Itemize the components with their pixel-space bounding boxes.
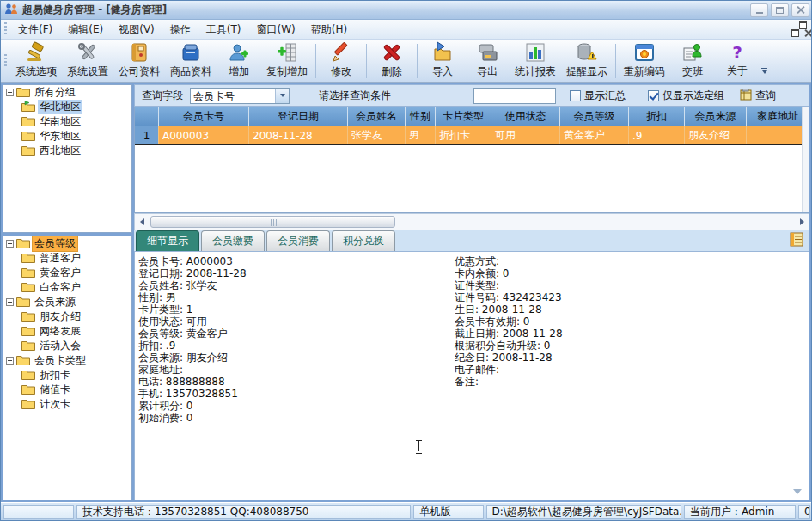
col-card-type[interactable]: 卡片类型 <box>436 107 491 126</box>
query-condition-input[interactable] <box>473 88 556 104</box>
tree-item-north-china[interactable]: 华北地区 <box>3 100 131 114</box>
minimize-button[interactable] <box>750 3 768 17</box>
toolbar-label: 提醒显示 <box>566 64 607 79</box>
search-button[interactable]: 查询 <box>736 88 779 104</box>
notebook-grid-icon[interactable] <box>789 232 804 249</box>
col-home-address[interactable]: 家庭地址 <box>747 107 809 126</box>
member-detail-panel[interactable]: 会员卡号: A000003登记日期: 2008-11-28会员姓名: 张学友性别… <box>134 251 809 500</box>
scroll-down-icon[interactable] <box>793 489 802 494</box>
menu-tools[interactable]: 工具(T) <box>198 20 249 40</box>
menu-view[interactable]: 视图(V) <box>111 20 162 40</box>
tab-member-payment[interactable]: 会员缴费 <box>201 230 265 251</box>
scroll-right-icon[interactable] <box>795 214 809 230</box>
menu-operate[interactable]: 操作 <box>162 20 198 40</box>
shift-change-button[interactable]: 交班 <box>670 41 715 81</box>
row-number-header[interactable] <box>135 107 159 126</box>
company-info-button[interactable]: 公司资料 <box>113 41 165 81</box>
tree-item-south-china[interactable]: 华南地区 <box>3 114 131 129</box>
toolbar-drag-grip[interactable] <box>4 54 7 68</box>
add-member-icon <box>228 41 250 64</box>
import-button[interactable]: 导入 <box>420 41 465 81</box>
col-usage-status[interactable]: 使用状态 <box>491 107 560 126</box>
toolbar-label: 删除 <box>382 64 402 79</box>
tree-item-member-source[interactable]: 会员来源 <box>3 295 131 310</box>
recode-button[interactable]: 重新编码 <box>619 41 670 81</box>
tree-item-member-level[interactable]: 会员等级 <box>3 236 131 251</box>
detail-right-column: 优惠方式:卡内余额: 0证件类型:证件号码: 432423423生日: 2008… <box>455 255 563 388</box>
toolbar-overflow-button[interactable] <box>760 45 769 77</box>
tree-item-platinum-customer[interactable]: 白金客户 <box>3 280 131 295</box>
modify-button[interactable]: 修改 <box>319 41 363 81</box>
app-icon <box>4 3 18 17</box>
delete-button[interactable]: 删除 <box>369 41 414 81</box>
horizontal-scrollbar[interactable] <box>134 213 809 230</box>
collapse-icon[interactable] <box>6 240 14 248</box>
maximize-button[interactable] <box>771 3 789 17</box>
menu-edit[interactable]: 编辑(E) <box>60 20 111 40</box>
table-header-row: 会员卡号 登记日期 会员姓名 性别 卡片类型 使用状态 会员等级 折扣 会员来源… <box>135 107 809 126</box>
window-title: 超易健身房管理 - [健身房管理] <box>22 3 167 17</box>
about-button[interactable]: ? 关于 <box>715 41 760 81</box>
show-selected-group-checkbox[interactable]: 仅显示选定组 <box>648 89 724 103</box>
col-member-source[interactable]: 会员来源 <box>685 107 747 126</box>
chevron-down-icon[interactable] <box>275 89 289 103</box>
scrollbar-thumb[interactable] <box>150 216 395 228</box>
system-options-icon <box>25 41 47 64</box>
system-settings-button[interactable]: 系统设置 <box>62 41 113 81</box>
folder-icon <box>16 296 30 310</box>
tree-item-card-type[interactable]: 会员卡类型 <box>3 353 131 368</box>
menu-file[interactable]: 文件(F) <box>10 20 60 40</box>
scroll-left-icon[interactable] <box>135 214 149 230</box>
stats-report-button[interactable]: 统计报表 <box>510 41 561 81</box>
collapse-icon[interactable] <box>6 298 14 306</box>
folder-icon <box>21 115 35 129</box>
folder-icon <box>16 354 30 368</box>
product-info-button[interactable]: 商品资料 <box>165 41 217 81</box>
cell-discount: .9 <box>629 126 685 144</box>
col-register-date[interactable]: 登记日期 <box>249 107 348 126</box>
tree-item-discount-card[interactable]: 折扣卡 <box>3 368 131 383</box>
add-button[interactable]: 增加 <box>217 41 261 81</box>
tree-item-gold-customer[interactable]: 黄金客户 <box>3 266 131 280</box>
cell-home-address <box>747 126 809 144</box>
folder-icon <box>16 237 30 251</box>
tree-item-stored-value-card[interactable]: 储值卡 <box>3 383 131 397</box>
show-summary-checkbox[interactable]: 显示汇总 <box>570 89 626 103</box>
col-card-no[interactable]: 会员卡号 <box>159 107 249 126</box>
table-row[interactable]: 1 A000003 2008-11-28 张学友 男 折扣卡 可用 黄金客户 .… <box>135 126 809 145</box>
tree-item-east-china[interactable]: 华东地区 <box>3 129 131 144</box>
export-button[interactable]: 导出 <box>465 41 510 81</box>
col-discount[interactable]: 折扣 <box>629 107 685 126</box>
vertical-scrollbar[interactable] <box>802 107 809 212</box>
status-edition: 单机版 <box>413 505 483 519</box>
col-member-name[interactable]: 会员姓名 <box>348 107 406 126</box>
reminder-display-button[interactable]: 提醒显示 <box>561 41 613 81</box>
tree-item-all-groups[interactable]: 所有分组 <box>3 85 131 100</box>
col-member-level[interactable]: 会员等级 <box>560 107 629 126</box>
tree-item-friend-referral[interactable]: 朋友介绍 <box>3 310 131 324</box>
row-number-cell: 1 <box>135 126 159 144</box>
menu-help[interactable]: 帮助(H) <box>303 20 355 40</box>
checkbox-checked-icon[interactable] <box>648 90 659 101</box>
tree-item-network-growth[interactable]: 网络发展 <box>3 324 131 339</box>
tree-item-event-join[interactable]: 活动入会 <box>3 339 131 353</box>
tree-item-count-card[interactable]: 计次卡 <box>3 397 131 412</box>
folder-open-icon <box>21 101 35 114</box>
toolbar-label: 系统设置 <box>67 64 108 79</box>
menu-window[interactable]: 窗口(W) <box>249 20 303 40</box>
collapse-icon[interactable] <box>6 89 14 96</box>
tree-item-normal-customer[interactable]: 普通客户 <box>3 251 131 266</box>
copy-add-button[interactable]: 复制增加 <box>261 41 313 81</box>
tab-member-consumption[interactable]: 会员消费 <box>266 230 330 251</box>
col-gender[interactable]: 性别 <box>406 107 436 126</box>
tree-item-northwest[interactable]: 西北地区 <box>3 144 131 158</box>
collapse-icon[interactable] <box>6 357 14 365</box>
checkbox-icon[interactable] <box>570 90 581 101</box>
close-button[interactable] <box>791 3 809 17</box>
query-field-select[interactable]: 会员卡号 <box>190 88 290 104</box>
tab-detail-display[interactable]: 细节显示 <box>136 230 199 251</box>
system-options-button[interactable]: 系统选项 <box>10 41 62 81</box>
tab-points-exchange[interactable]: 积分兑换 <box>332 230 395 251</box>
toolbar-label: 商品资料 <box>170 64 211 79</box>
menu-drag-grip[interactable] <box>4 22 7 36</box>
